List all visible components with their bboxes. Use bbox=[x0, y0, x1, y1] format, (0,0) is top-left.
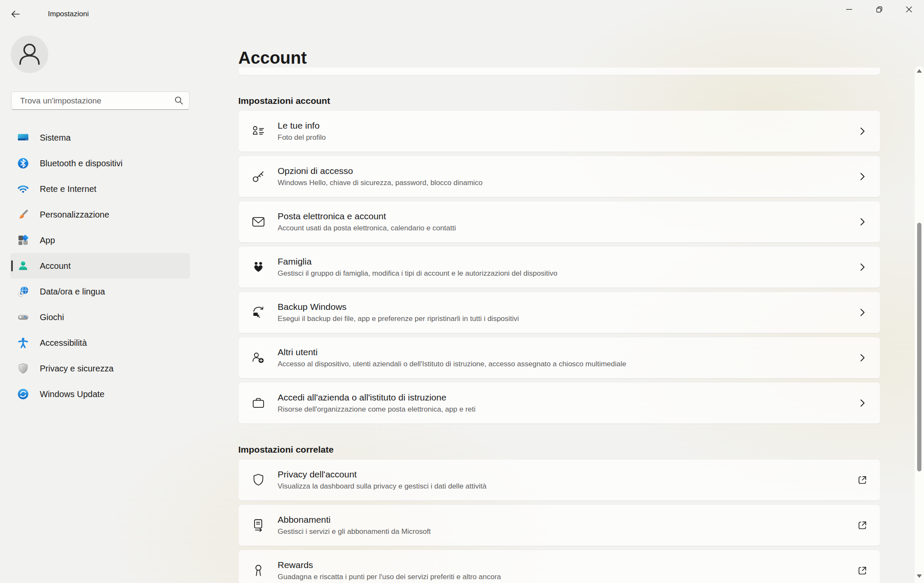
contact-card-icon bbox=[251, 124, 266, 139]
external-link-icon bbox=[855, 518, 870, 533]
scrollbar-up-arrow-icon[interactable] bbox=[917, 69, 922, 73]
setting-card-opzioni-di-accesso[interactable]: Opzioni di accesso Windows Hello, chiave… bbox=[238, 156, 880, 197]
caption-controls bbox=[834, 0, 924, 19]
sidebar-nav: Sistema Bluetooth e dispositivi Rete e I… bbox=[10, 125, 190, 407]
restore-button[interactable] bbox=[864, 0, 894, 19]
sidebar-item-label: Rete e Internet bbox=[40, 184, 96, 194]
sidebar-item-personalizzazione[interactable]: Personalizzazione bbox=[10, 202, 190, 227]
setting-card-le-tue-info[interactable]: Le tue info Foto del profilo bbox=[238, 110, 880, 152]
external-link-icon bbox=[855, 563, 870, 578]
minimize-icon bbox=[846, 6, 853, 13]
document-arrow-icon bbox=[251, 518, 266, 533]
setting-card-abbonamenti[interactable]: Abbonamenti Gestisci i servizi e gli abb… bbox=[238, 504, 880, 546]
search-input[interactable] bbox=[11, 91, 190, 110]
sidebar-item-label: Account bbox=[40, 261, 71, 271]
briefcase-icon bbox=[251, 395, 266, 411]
mail-icon bbox=[251, 214, 266, 230]
setting-title: Opzioni di accesso bbox=[278, 165, 483, 177]
sidebar-item-label: Accessibilità bbox=[40, 338, 87, 348]
setting-card-backup-windows[interactable]: Backup Windows Esegui il backup dei file… bbox=[238, 292, 880, 333]
accessibility-icon bbox=[17, 336, 30, 349]
chevron-right-icon bbox=[855, 305, 870, 320]
section-heading-correlate: Impostazioni correlate bbox=[238, 444, 880, 455]
setting-card-posta-elettronica[interactable]: Posta elettronica e account Account usat… bbox=[238, 201, 880, 243]
external-link-icon bbox=[855, 473, 870, 487]
setting-subtitle: Guadagna e riscatta i punti per l'uso de… bbox=[278, 572, 501, 582]
account-icon bbox=[17, 259, 30, 272]
clipped-card[interactable] bbox=[238, 68, 880, 75]
sidebar-item-sistema[interactable]: Sistema bbox=[10, 125, 190, 150]
sidebar-item-privacy[interactable]: Privacy e sicurezza bbox=[10, 356, 190, 381]
setting-card-altri-utenti[interactable]: Altri utenti Accesso al dispositivo, ute… bbox=[238, 337, 880, 379]
setting-subtitle: Gestisci i servizi e gli abbonamenti da … bbox=[278, 527, 431, 536]
shield-icon bbox=[251, 472, 266, 488]
sidebar-item-label: Sistema bbox=[40, 133, 71, 143]
setting-title: Posta elettronica e account bbox=[278, 211, 456, 222]
system-icon bbox=[17, 131, 30, 144]
sidebar-item-bluetooth[interactable]: Bluetooth e dispositivi bbox=[10, 150, 190, 176]
sidebar-item-windows-update[interactable]: Windows Update bbox=[10, 381, 190, 407]
setting-card-privacy-account[interactable]: Privacy dell'account Visualizza la dashb… bbox=[238, 459, 880, 501]
restore-icon bbox=[876, 6, 883, 13]
setting-title: Altri utenti bbox=[278, 347, 626, 358]
setting-card-rewards[interactable]: Rewards Guadagna e riscatta i punti per … bbox=[238, 550, 880, 583]
bluetooth-icon bbox=[17, 157, 30, 170]
search-box bbox=[11, 91, 190, 110]
personalization-icon bbox=[17, 208, 30, 221]
sidebar-item-label: App bbox=[40, 236, 55, 245]
titlebar: Impostazioni bbox=[0, 0, 924, 21]
sidebar-item-giochi[interactable]: Giochi bbox=[10, 304, 190, 330]
sidebar-item-label: Personalizzazione bbox=[40, 210, 109, 220]
family-icon bbox=[251, 259, 266, 275]
chevron-right-icon bbox=[855, 124, 870, 138]
section-heading-account: Impostazioni account bbox=[238, 95, 880, 106]
windows-update-icon bbox=[17, 388, 30, 400]
setting-title: Famiglia bbox=[278, 256, 557, 267]
setting-card-azienda-istruzione[interactable]: Accedi all'azienda o all'istituto di ist… bbox=[238, 382, 880, 424]
sidebar-item-label: Data/ora e lingua bbox=[40, 287, 105, 297]
chevron-right-icon bbox=[855, 350, 870, 365]
key-icon bbox=[251, 169, 266, 184]
setting-title: Accedi all'azienda o all'istituto di ist… bbox=[278, 392, 476, 403]
user-avatar-icon bbox=[11, 35, 48, 73]
network-icon bbox=[17, 183, 30, 195]
gaming-icon bbox=[17, 311, 30, 324]
backup-icon bbox=[251, 305, 266, 320]
sidebar-item-label: Privacy e sicurezza bbox=[40, 364, 113, 374]
setting-card-famiglia[interactable]: Famiglia Gestisci il gruppo di famiglia,… bbox=[238, 246, 880, 288]
setting-subtitle: Accesso al dispositivo, utenti aziendali… bbox=[278, 359, 626, 369]
page-title: Account bbox=[238, 47, 307, 68]
sidebar-item-label: Windows Update bbox=[40, 389, 104, 399]
chevron-right-icon bbox=[855, 215, 870, 229]
setting-subtitle: Foto del profilo bbox=[278, 133, 326, 142]
add-user-icon bbox=[251, 350, 266, 365]
setting-subtitle: Esegui il backup dei file, app e prefere… bbox=[278, 314, 519, 324]
chevron-right-icon bbox=[855, 260, 870, 274]
apps-icon bbox=[17, 234, 30, 247]
setting-subtitle: Risorse dell'organizzazione come posta e… bbox=[278, 405, 476, 414]
setting-title: Privacy dell'account bbox=[278, 469, 486, 480]
sidebar-item-account[interactable]: Account bbox=[10, 253, 190, 279]
setting-title: Backup Windows bbox=[278, 301, 519, 312]
setting-title: Le tue info bbox=[278, 120, 326, 131]
sidebar-item-label: Giochi bbox=[40, 312, 64, 322]
back-button[interactable] bbox=[9, 8, 21, 20]
sidebar-item-data-ora-lingua[interactable]: Data/ora e lingua bbox=[10, 279, 190, 304]
scrollbar-thumb[interactable] bbox=[917, 223, 921, 471]
search-icon[interactable] bbox=[174, 96, 184, 105]
rewards-icon bbox=[251, 563, 266, 578]
scrollbar-down-arrow-icon[interactable] bbox=[917, 574, 922, 578]
close-button[interactable] bbox=[894, 0, 924, 19]
minimize-button[interactable] bbox=[834, 0, 864, 19]
chevron-right-icon bbox=[855, 396, 870, 410]
sidebar-item-app[interactable]: App bbox=[10, 227, 190, 253]
sidebar-item-rete[interactable]: Rete e Internet bbox=[10, 176, 190, 202]
back-arrow-icon bbox=[10, 9, 21, 20]
sidebar-item-accessibilita[interactable]: Accessibilità bbox=[10, 330, 190, 356]
privacy-icon bbox=[17, 362, 30, 375]
setting-title: Rewards bbox=[278, 559, 501, 571]
setting-subtitle: Gestisci il gruppo di famiglia, modifica… bbox=[278, 269, 557, 278]
setting-subtitle: Visualizza la dashboard sulla privacy e … bbox=[278, 482, 486, 491]
avatar bbox=[11, 35, 48, 73]
settings-window: Impostazioni bbox=[0, 0, 924, 583]
